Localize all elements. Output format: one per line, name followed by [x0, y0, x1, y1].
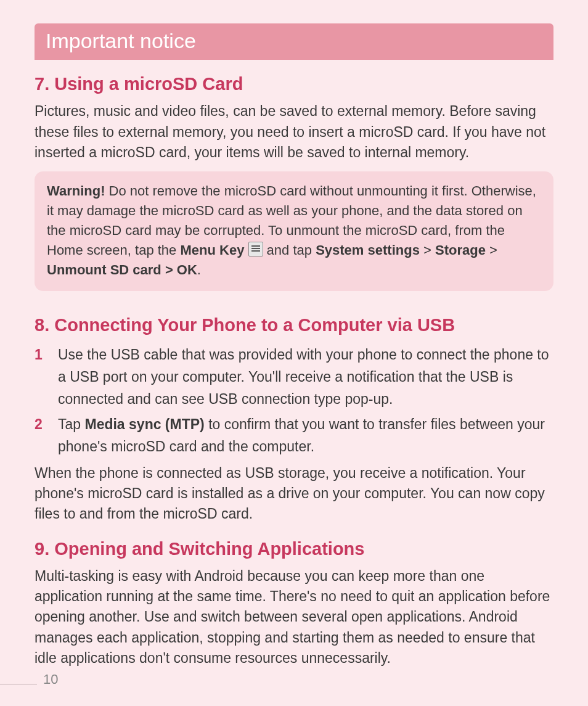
- menu-key-label: Menu Key: [180, 242, 244, 258]
- section-9-body: Multi-tasking is easy with Android becau…: [35, 566, 553, 669]
- menu-key-icon: [248, 242, 263, 257]
- warning-box: Warning! Do not remove the microSD card …: [35, 171, 553, 290]
- warning-text-2: and tap: [263, 242, 316, 258]
- banner-title: Important notice: [46, 29, 196, 52]
- manual-page: Important notice 7. Using a microSD Card…: [0, 0, 588, 706]
- page-number-rule: [0, 684, 37, 684]
- warning-period: .: [197, 262, 201, 277]
- section-8-after: When the phone is connected as USB stora…: [35, 463, 553, 525]
- step-text-pre: Tap: [58, 416, 84, 432]
- section-8-steps: Use the USB cable that was provided with…: [35, 344, 553, 458]
- gt-2: >: [486, 242, 497, 258]
- storage-label: Storage: [435, 242, 486, 258]
- section-8-heading: 8. Connecting Your Phone to a Computer v…: [35, 314, 553, 336]
- page-number: 10: [43, 671, 58, 688]
- page-number-area: 10: [0, 671, 58, 688]
- media-sync-label: Media sync (MTP): [84, 416, 204, 432]
- section-7-heading: 7. Using a microSD Card: [35, 73, 553, 95]
- warning-label: Warning!: [47, 183, 105, 199]
- unmount-label: Unmount SD card > OK: [47, 262, 197, 277]
- step-text: Use the USB cable that was provided with…: [58, 347, 549, 406]
- notice-banner: Important notice: [35, 23, 553, 60]
- gt-1: >: [420, 242, 435, 258]
- list-item: Tap Media sync (MTP) to confirm that you…: [35, 414, 553, 458]
- section-9-heading: 9. Opening and Switching Applications: [35, 538, 553, 560]
- system-settings-label: System settings: [316, 242, 420, 258]
- list-item: Use the USB cable that was provided with…: [35, 344, 553, 410]
- section-7-body: Pictures, music and video files, can be …: [35, 101, 553, 163]
